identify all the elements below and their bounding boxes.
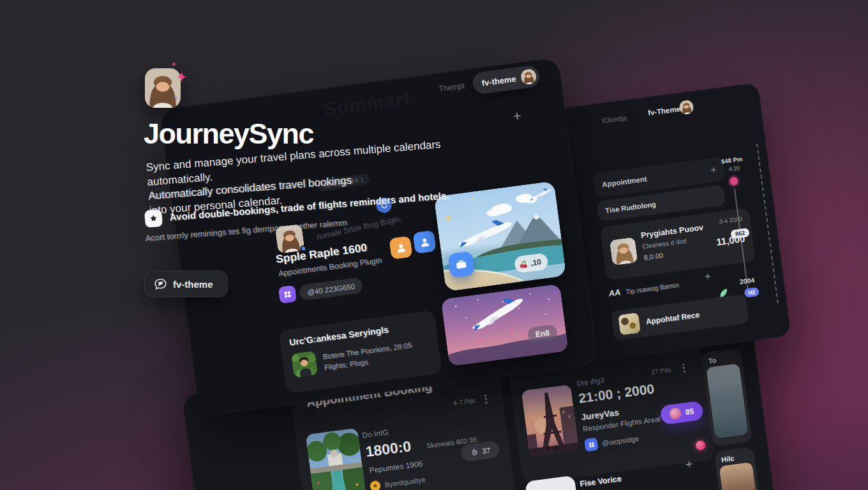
services-card[interactable]: Urc'G:ankesa Seryingls Botere The Poorio… — [279, 310, 442, 394]
section-title: Appointment — [601, 175, 647, 188]
star-badge-icon — [144, 209, 163, 228]
header-ghost-label: IOlandja — [601, 114, 627, 125]
ghost-title: Sommart — [322, 87, 412, 121]
person-sub: Cleaness d dod — [642, 237, 687, 250]
booking-entry-card[interactable]: Prygiahts Puoov Cleaness d dod 8,0.00 3-… — [600, 208, 756, 281]
booking-line3-row: Byerdqualtye — [370, 474, 426, 490]
flight-handle-row: @oiopsidge — [584, 432, 640, 452]
add-icon[interactable]: + — [684, 457, 693, 470]
main-screen-card: Sommart Thempt fv-theme + 08:23 in @9 1 … — [160, 57, 599, 417]
timeline-time: 4:20 — [728, 165, 740, 172]
sparkle-icon — [174, 96, 179, 101]
theme-pill-label: fv-theme — [481, 73, 517, 87]
reaction-count: 37 — [482, 446, 491, 455]
kebab-menu-icon[interactable] — [484, 393, 487, 405]
training-label: Tip rsawog Bamin — [625, 281, 679, 295]
voice-label: Fise Vorice — [579, 474, 622, 488]
ghost-time-badge: 08:23 in @9 1 — [317, 173, 371, 192]
receipt-thumbnail — [618, 313, 641, 336]
person-name: Prygiahts Puoov — [640, 223, 704, 240]
timeline-price: $48 Pm — [721, 155, 742, 165]
price-small: 8,0.00 — [643, 251, 664, 262]
sparkle-icon — [176, 71, 187, 82]
aa-icon: AA — [608, 287, 622, 298]
timeline-slider-dot[interactable] — [730, 177, 739, 186]
booking-label: Do IntG — [362, 427, 389, 440]
beach-badge-label: ,10 — [530, 257, 541, 267]
flight-label: Dre ihg3 — [576, 376, 605, 387]
app-icon — [584, 438, 598, 452]
warm-scene-image — [719, 462, 760, 490]
avatar — [610, 237, 638, 265]
garden-canal-thumbnail[interactable] — [306, 428, 367, 490]
building-label: Tise Rudtolong — [605, 200, 657, 214]
sync-refresh-icon[interactable] — [375, 197, 393, 214]
luggage-icon[interactable] — [447, 251, 475, 278]
timeline-tag[interactable]: H2 — [744, 287, 760, 298]
attendees-pill[interactable]: 85 — [659, 401, 703, 425]
services-avatar — [291, 351, 318, 378]
person-blue-icon[interactable] — [413, 230, 437, 254]
plugin-handle-pill[interactable]: @40 223G650 — [299, 277, 363, 301]
theme-button-label: fv-theme — [173, 279, 213, 290]
person-orange-icon[interactable] — [389, 236, 412, 260]
paris-thumbnail[interactable] — [521, 384, 579, 456]
kebab-menu-icon[interactable] — [682, 362, 685, 374]
booking-line3: Byerdqualtye — [384, 475, 426, 488]
cherries-icon — [518, 258, 529, 269]
theme-label: fv-Theme — [647, 105, 680, 117]
sparkle-icon — [171, 61, 177, 67]
header-ghost-label: Thempt — [438, 82, 465, 94]
theme-pill[interactable]: fv-theme — [472, 64, 541, 94]
attendee-avatar — [669, 407, 682, 420]
attendee-count: 85 — [685, 407, 694, 417]
chat-scribble-icon — [154, 278, 167, 291]
showcase-canvas: Appointment Booking 4-7 Pds Do IntG 1800… — [0, 0, 868, 490]
timeline-year: 2004 — [739, 276, 755, 286]
receipt-label: Appohtaf Rece — [645, 310, 700, 326]
sea-rocks-image — [706, 364, 748, 439]
receipt-row[interactable]: Appohtaf Rece — [611, 294, 749, 341]
plugin-app-icon — [278, 285, 297, 304]
beach-flight-image-card[interactable]: ,10 — [433, 181, 566, 292]
training-row[interactable]: AA Tip rsawog Bamin — [608, 279, 679, 298]
avatar — [520, 68, 537, 85]
hand-icon — [470, 447, 479, 457]
add-appointment-icon[interactable]: + — [710, 165, 717, 175]
flight-handle: @oiopsidge — [602, 434, 640, 447]
side-card-hilc[interactable]: Hilc — [714, 447, 763, 490]
flight-name: JureyVas — [581, 408, 620, 422]
sunset-flight-image-card[interactable]: En8 — [441, 284, 569, 367]
theme-button[interactable]: fv-theme — [144, 271, 228, 297]
coin-icon — [370, 480, 381, 490]
add-widget-icon[interactable]: + — [513, 108, 523, 123]
timeline-dashed-rule — [756, 144, 779, 303]
booking-value: 1800:0 — [364, 438, 412, 461]
add-row-icon[interactable]: + — [703, 270, 712, 282]
avatar[interactable] — [678, 100, 694, 115]
booking-line2: Pepumtes 1906 — [369, 459, 423, 475]
hero-avatar — [145, 68, 181, 108]
flight-meta: 27 Pds — [651, 366, 671, 376]
panel-meta: 4-7 Pds — [453, 397, 475, 406]
